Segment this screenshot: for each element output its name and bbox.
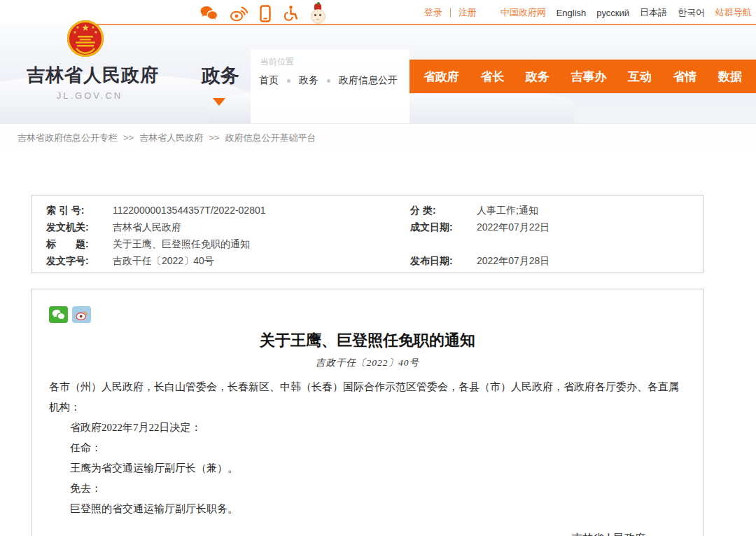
metadata-value: 2022年07月22日	[477, 219, 703, 235]
document-body: 各市（州）人民政府，长白山管委会，长春新区、中韩（长春）国际合作示范区管委会，各…	[49, 377, 686, 519]
document-paragraph: 各市（州）人民政府，长白山管委会，长春新区、中韩（长春）国际合作示范区管委会，各…	[49, 377, 686, 418]
svg-text:★: ★	[81, 22, 90, 33]
svg-text:★: ★	[76, 25, 79, 29]
register-link[interactable]: 注册	[458, 6, 477, 19]
document-paragraph: 任命：	[49, 438, 686, 458]
svg-text:★: ★	[91, 25, 94, 29]
metadata-value: 11220000013544357T/2022-02801	[113, 202, 410, 219]
metadata-label: 发文字号:	[46, 252, 113, 269]
metadata-label: 发布日期:	[410, 252, 477, 269]
metadata-label: 标 题:	[46, 235, 113, 252]
weibo-icon[interactable]	[230, 6, 248, 22]
location-path: 首页政务政府信息公开	[259, 74, 398, 87]
share-row	[49, 306, 686, 323]
document-paragraph: 省政府2022年7月22日决定：	[49, 418, 686, 438]
signature-block: 吉林省人民政府 2022年7月22日	[49, 528, 686, 536]
metadata-value: 吉林省人民政府	[113, 219, 410, 235]
topbar-link[interactable]: 日本語	[640, 6, 667, 19]
topbar-right: 登录 注册 中国政府网Englishрусский日本語한국어站群导航	[424, 0, 752, 25]
dot-separator-icon	[327, 79, 330, 83]
login-link[interactable]: 登录	[424, 6, 442, 19]
metadata-value: 人事工作;通知	[477, 202, 703, 219]
metadata-label: 分 类:	[410, 202, 477, 219]
main-nav: 省政府省长政务吉事办互动省情数据	[410, 60, 756, 93]
nav-tab[interactable]: 互动	[628, 69, 652, 85]
breadcrumb-separator: >>	[123, 132, 134, 143]
page: 登录 注册 中国政府网Englishрусский日本語한국어站群导航 ★ ★ …	[0, 0, 756, 536]
breadcrumb-separator: >>	[209, 132, 219, 143]
nav-tab[interactable]: 吉事办	[571, 69, 607, 85]
accessibility-icon[interactable]	[283, 5, 298, 22]
site-title[interactable]: 吉林省人民政府	[27, 63, 153, 88]
breadcrumb-item[interactable]: 吉林省政府信息公开专栏	[18, 132, 118, 144]
topbar-icons	[200, 3, 326, 24]
signature-org: 吉林省人民政府	[572, 528, 645, 536]
topbar-link[interactable]: русский	[596, 8, 629, 18]
document-paragraph: 免去：	[49, 479, 686, 499]
topbar-link[interactable]: 中国政府网	[500, 6, 546, 19]
wechat-icon[interactable]	[200, 6, 218, 21]
document-number: 吉政干任〔2022〕40号	[49, 357, 686, 369]
metadata-label: 成文日期:	[410, 219, 477, 235]
document-metadata-box: 索 引 号:11220000013544357T/2022-02801分 类:人…	[31, 195, 704, 273]
national-emblem-logo: ★ ★ ★ ★ ★	[66, 19, 105, 58]
banner: ★ ★ ★ ★ ★ 吉林省人民政府 JL.GOV.CN 政务 当前位置 首页政务…	[0, 25, 756, 123]
document-content-box: 关于王鹰、巨登照任免职的通知 吉政干任〔2022〕40号 各市（州）人民政府，长…	[31, 289, 704, 536]
location-path-item[interactable]: 政务	[299, 74, 318, 87]
metadata-value	[477, 235, 703, 252]
auth-links: 登录 注册	[424, 6, 477, 19]
topbar-link[interactable]: 站群导航	[715, 6, 752, 19]
metadata-label: 索 引 号:	[46, 202, 113, 219]
share-weibo-icon[interactable]	[72, 306, 91, 323]
section-caret-icon	[213, 98, 225, 106]
location-path-item[interactable]: 政府信息公开	[339, 74, 398, 87]
auth-divider	[450, 8, 451, 18]
share-wechat-icon[interactable]	[49, 306, 68, 323]
current-location-label: 当前位置	[260, 56, 294, 68]
section-label-zhengwu[interactable]: 政务	[202, 63, 239, 88]
nav-tab[interactable]: 政务	[526, 69, 550, 85]
mobile-app-icon[interactable]	[260, 5, 271, 22]
topbar-link[interactable]: English	[556, 8, 587, 18]
nav-tab[interactable]: 省长	[481, 69, 505, 85]
svg-text:★: ★	[94, 30, 97, 34]
metadata-label	[410, 235, 477, 252]
dot-separator-icon	[287, 79, 290, 83]
svg-text:★: ★	[73, 30, 76, 34]
nav-tab[interactable]: 数据	[718, 69, 742, 85]
nav-tab[interactable]: 省情	[673, 69, 697, 85]
document-paragraph: 巨登照的省交通运输厅副厅长职务。	[49, 499, 686, 519]
metadata-value: 2022年07月28日	[477, 252, 703, 269]
metadata-value: 吉政干任〔2022〕40号	[113, 252, 410, 269]
breadcrumb-item[interactable]: 吉林省人民政府	[139, 132, 203, 144]
metadata-label: 发文机关:	[46, 219, 113, 235]
location-path-item[interactable]: 首页	[259, 74, 279, 87]
breadcrumb-item[interactable]: 政府信息公开基础平台	[225, 132, 316, 144]
signature-inner: 吉林省人民政府 2022年7月22日	[572, 528, 645, 536]
topbar-link[interactable]: 한국어	[678, 6, 705, 19]
breadcrumb: 吉林省政府信息公开专栏>>吉林省人民政府>>政府信息公开基础平台	[0, 123, 756, 151]
language-links: 中国政府网Englishрусский日本語한국어站群导航	[500, 6, 752, 19]
site-domain: JL.GOV.CN	[27, 90, 153, 101]
document-title: 关于王鹰、巨登照任免职的通知	[49, 330, 686, 351]
topbar: 登录 注册 中国政府网Englishрусский日本語한국어站群导航	[0, 0, 756, 25]
document-paragraph: 王鹰为省交通运输厅副厅长（兼）。	[49, 458, 686, 479]
mascot-icon[interactable]	[310, 4, 326, 23]
nav-tab[interactable]: 省政府	[424, 69, 459, 85]
metadata-value: 关于王鹰、巨登照任免职的通知	[113, 235, 410, 252]
metadata-grid: 索 引 号:11220000013544357T/2022-02801分 类:人…	[32, 195, 703, 269]
